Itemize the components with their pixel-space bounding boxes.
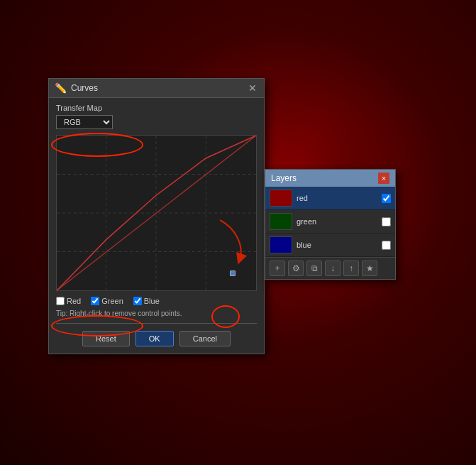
red-label: Red <box>67 297 81 305</box>
transfer-map-label: Transfer Map <box>56 104 257 112</box>
divider <box>56 323 257 324</box>
curves-icon: ✏️ <box>55 82 67 94</box>
layer-name-green: green <box>297 217 377 226</box>
green-label: Green <box>101 297 123 305</box>
layers-close-button[interactable]: × <box>378 173 389 184</box>
layer-name-blue: blue <box>297 241 377 249</box>
red-checkbox[interactable] <box>56 297 65 305</box>
curves-svg <box>57 136 256 290</box>
channel-checkboxes: Red Green Blue <box>56 295 257 307</box>
curves-title-group: ✏️ Curves <box>55 82 98 94</box>
curves-title: Curves <box>71 83 98 93</box>
layer-visibility-blue[interactable] <box>382 241 391 250</box>
layer-settings-button[interactable]: ★ <box>362 261 377 276</box>
layers-title: Layers <box>271 173 297 183</box>
layers-panel: Layers × red green blue + ⚙ ⧉ ↓ ↑ ★ <box>265 169 396 280</box>
buttons-row: Reset OK Cancel <box>56 328 257 348</box>
layer-item-green[interactable]: green <box>265 210 395 234</box>
curve-handle[interactable] <box>230 270 236 276</box>
ok-button[interactable]: OK <box>135 331 174 346</box>
add-layer-button[interactable]: + <box>270 261 285 276</box>
blue-label: Blue <box>144 297 160 305</box>
layer-thumb-red <box>270 190 292 207</box>
curves-close-button[interactable]: ✕ <box>247 83 258 93</box>
curves-body: Transfer Map RGB Red Green Blue <box>49 98 264 354</box>
curves-canvas[interactable] <box>56 135 257 291</box>
duplicate-layer-button[interactable]: ⧉ <box>306 261 322 276</box>
remove-layer-button[interactable]: ⚙ <box>288 261 304 276</box>
layer-thumb-blue <box>270 236 292 253</box>
reset-button[interactable]: Reset <box>82 331 130 346</box>
layers-titlebar: Layers × <box>265 170 395 187</box>
layer-visibility-red[interactable] <box>382 194 391 203</box>
blue-channel-check[interactable]: Blue <box>133 297 160 305</box>
curves-dialog: ✏️ Curves ✕ Transfer Map RGB Red Green B… <box>48 78 265 354</box>
layer-thumb-green <box>270 213 292 230</box>
tip-text: Tip: Right-click to remove control point… <box>56 310 257 317</box>
red-channel-check[interactable]: Red <box>56 297 81 305</box>
curves-titlebar: ✏️ Curves ✕ <box>49 79 264 98</box>
green-checkbox[interactable] <box>91 297 99 305</box>
layer-item-blue[interactable]: blue <box>265 234 395 257</box>
layer-visibility-green[interactable] <box>382 217 391 226</box>
blue-checkbox[interactable] <box>133 297 142 305</box>
cancel-button[interactable]: Cancel <box>179 331 231 346</box>
layer-item-red[interactable]: red <box>265 187 395 210</box>
channel-select[interactable]: RGB Red Green Blue <box>56 115 113 129</box>
move-up-button[interactable]: ↑ <box>343 261 359 276</box>
layer-name-red: red <box>297 194 377 202</box>
layers-toolbar: + ⚙ ⧉ ↓ ↑ ★ <box>265 257 395 279</box>
move-down-button[interactable]: ↓ <box>325 261 341 276</box>
green-channel-check[interactable]: Green <box>91 297 123 305</box>
